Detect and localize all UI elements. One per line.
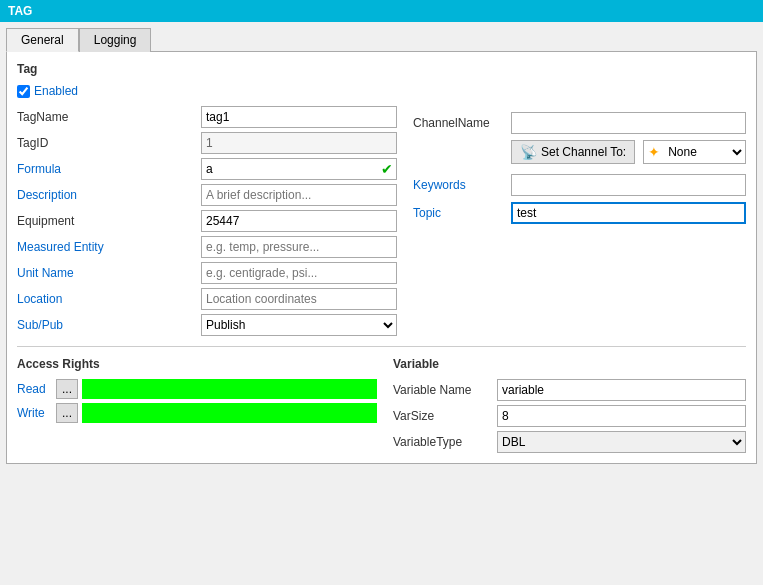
measured-entity-label: Measured Entity: [17, 240, 197, 254]
tagname-input[interactable]: [201, 106, 397, 128]
tagname-label: TagName: [17, 110, 197, 124]
write-bar: [82, 403, 377, 423]
wifi-icon: 📡: [520, 144, 537, 160]
read-bar: [82, 379, 377, 399]
write-row: Write ...: [17, 403, 377, 423]
equipment-label: Equipment: [17, 214, 197, 228]
varsize-input[interactable]: [497, 405, 746, 427]
tagid-input[interactable]: [201, 132, 397, 154]
variable-name-input[interactable]: [497, 379, 746, 401]
variable-section: Variable Variable Name VarSize VariableT…: [393, 357, 746, 453]
unit-name-label: Unit Name: [17, 266, 197, 280]
location-label: Location: [17, 292, 197, 306]
keywords-row: Keywords: [413, 174, 746, 196]
channel-select-wrapper: ✦ None: [643, 140, 746, 164]
keywords-input[interactable]: [511, 174, 746, 196]
measured-entity-input[interactable]: [201, 236, 397, 258]
variable-type-select[interactable]: DBL INT BOOL STRING: [497, 431, 746, 453]
enabled-label: Enabled: [34, 84, 78, 98]
topic-label: Topic: [413, 206, 503, 220]
set-channel-row: 📡 Set Channel To: ✦ None: [413, 140, 746, 164]
right-column: ChannelName 📡 Set Channel To: ✦: [413, 84, 746, 336]
description-label: Description: [17, 188, 197, 202]
two-column-layout: Enabled TagName TagID Formula ✔ Descript…: [17, 84, 746, 336]
read-label: Read: [17, 382, 52, 396]
none-star-icon: ✦: [644, 144, 664, 160]
left-column: Enabled TagName TagID Formula ✔ Descript…: [17, 84, 397, 336]
tag-section-label: Tag: [17, 62, 746, 76]
window-content: General Logging Tag Enabled TagName TagI…: [0, 22, 763, 470]
channel-name-row: ChannelName: [413, 112, 746, 134]
variable-name-label: Variable Name: [393, 383, 493, 397]
title-bar: TAG: [0, 0, 763, 22]
channel-name-input[interactable]: [511, 112, 746, 134]
read-row: Read ...: [17, 379, 377, 399]
write-label: Write: [17, 406, 52, 420]
right-form-area: ChannelName 📡 Set Channel To: ✦: [413, 112, 746, 224]
read-btn[interactable]: ...: [56, 379, 78, 399]
equipment-input[interactable]: [201, 210, 397, 232]
subpub-select[interactable]: Subscribe Publish: [201, 314, 397, 336]
write-btn-label: ...: [62, 406, 72, 420]
write-btn[interactable]: ...: [56, 403, 78, 423]
set-channel-label: Set Channel To:: [541, 145, 626, 159]
access-rights-section: Access Rights Read ... Write ...: [17, 357, 377, 453]
variable-type-label: VariableType: [393, 435, 493, 449]
varsize-label: VarSize: [393, 409, 493, 423]
location-input[interactable]: [201, 288, 397, 310]
bottom-section: Access Rights Read ... Write ...: [17, 357, 746, 453]
variable-form: Variable Name VarSize VariableType DBL I…: [393, 379, 746, 453]
subpub-label: Sub/Pub: [17, 318, 197, 332]
access-rights-label: Access Rights: [17, 357, 377, 371]
formula-wrapper: ✔: [201, 158, 397, 180]
topic-row: Topic: [413, 202, 746, 224]
formula-check-icon: ✔: [381, 161, 393, 177]
formula-input[interactable]: [201, 158, 397, 180]
set-channel-button[interactable]: 📡 Set Channel To:: [511, 140, 635, 164]
enabled-checkbox[interactable]: [17, 85, 30, 98]
tab-logging[interactable]: Logging: [79, 28, 152, 52]
keywords-label: Keywords: [413, 178, 503, 192]
formula-label: Formula: [17, 162, 197, 176]
tab-general[interactable]: General: [6, 28, 79, 52]
channel-dropdown[interactable]: None: [664, 141, 745, 163]
title-label: TAG: [8, 4, 32, 18]
topic-input[interactable]: [511, 202, 746, 224]
main-panel: Tag Enabled TagName TagID Formula ✔: [6, 51, 757, 464]
tagid-label: TagID: [17, 136, 197, 150]
description-input[interactable]: [201, 184, 397, 206]
variable-section-label: Variable: [393, 357, 746, 371]
unit-name-input[interactable]: [201, 262, 397, 284]
enabled-row: Enabled: [17, 84, 397, 98]
left-form: TagName TagID Formula ✔ Description Equi…: [17, 106, 397, 336]
section-divider: [17, 346, 746, 347]
tab-bar: General Logging: [6, 28, 757, 52]
read-btn-label: ...: [62, 382, 72, 396]
channel-name-label: ChannelName: [413, 116, 503, 130]
